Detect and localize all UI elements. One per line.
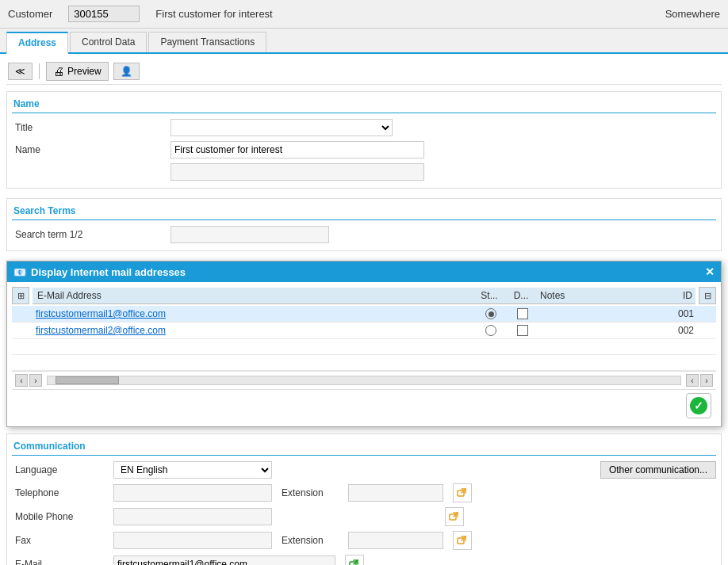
fax-link-icon[interactable] xyxy=(453,531,472,550)
col-header-notes: Notes xyxy=(537,290,648,301)
col-header-email: E-Mail Address xyxy=(33,290,473,301)
print-icon: 🖨 xyxy=(53,65,64,78)
horizontal-scroll-nav: ‹ › xyxy=(15,374,42,387)
col-header-default: D... xyxy=(505,290,537,301)
email-row-1[interactable]: firstcustomermail1@office.com 001 xyxy=(12,306,716,323)
preview-label: Preview xyxy=(67,66,102,77)
name-row: Name xyxy=(12,139,716,161)
ok-checkmark-icon: ✓ xyxy=(690,397,707,414)
search-term-input[interactable] xyxy=(171,226,329,243)
dialog-footer: ✓ xyxy=(12,389,716,422)
customer-name: First customer for interest xyxy=(155,8,649,20)
table-col-settings-icon[interactable]: ⊟ xyxy=(699,287,716,304)
name-label: Name xyxy=(12,144,171,155)
email-input[interactable] xyxy=(113,555,335,565)
toolbar-separator xyxy=(39,63,40,79)
collapse-button[interactable]: ≪ xyxy=(8,63,33,80)
checkbox-2[interactable] xyxy=(517,325,528,336)
search-terms-section: Search Terms Search term 1/2 xyxy=(6,198,722,251)
toolbar: ≪ 🖨 Preview 👤 xyxy=(6,59,722,85)
dialog-title-left: 📧 Display Internet mail addresses xyxy=(13,266,186,278)
radio-1[interactable] xyxy=(485,308,496,319)
mobile-label: Mobile Phone xyxy=(12,511,107,522)
tab-control-data[interactable]: Control Data xyxy=(70,32,147,52)
name2-field xyxy=(171,163,424,181)
email-link-icon[interactable] xyxy=(345,555,364,565)
dialog-email-icon: 📧 xyxy=(13,266,26,278)
col-header-status: St... xyxy=(473,290,505,301)
name-field xyxy=(171,141,424,158)
other-communication-button[interactable]: Other communication... xyxy=(600,461,716,479)
name-input[interactable] xyxy=(171,141,424,158)
customer-id-input[interactable] xyxy=(68,6,140,22)
title-select[interactable] xyxy=(171,119,393,136)
email-row-1-address: firstcustomermail1@office.com xyxy=(31,308,475,319)
mobile-input[interactable] xyxy=(113,508,272,525)
tabs-bar: Address Control Data Payment Transaction… xyxy=(0,29,728,54)
telephone-link-icon[interactable] xyxy=(453,483,472,502)
name-section-header: Name xyxy=(12,95,716,113)
email-row: E-Mail xyxy=(12,552,716,565)
title-label: Title xyxy=(12,122,171,133)
dialog-body: ⊞ E-Mail Address St... D... Notes ID ⊟ f… xyxy=(7,282,721,426)
email-row-2-status[interactable] xyxy=(475,325,507,336)
tab-payment-transactions[interactable]: Payment Transactions xyxy=(148,32,266,52)
radio-2[interactable] xyxy=(485,325,496,336)
scrollbar-thumb xyxy=(56,376,119,384)
scrollbar-area: ‹ › ‹ › xyxy=(12,371,716,389)
email-row-1-status[interactable] xyxy=(475,308,507,319)
language-label: Language xyxy=(12,464,107,475)
scroll-right-right-btn[interactable]: › xyxy=(700,374,713,387)
telephone-label: Telephone xyxy=(12,487,107,498)
email-row-2-default[interactable] xyxy=(507,325,538,336)
fax-extension-input[interactable] xyxy=(348,532,443,549)
language-select[interactable]: EN English xyxy=(113,461,272,479)
scroll-left-btn[interactable]: ‹ xyxy=(15,374,28,387)
avatar-button[interactable]: 👤 xyxy=(113,63,140,80)
customer-location: Somewhere xyxy=(665,8,720,20)
horizontal-scrollbar[interactable] xyxy=(47,376,681,385)
email-dialog: 📧 Display Internet mail addresses ✕ ⊞ E-… xyxy=(6,261,722,427)
email-row-2-id: 002 xyxy=(649,325,697,336)
mobile-link-icon[interactable] xyxy=(445,507,464,526)
email-row-empty-1 xyxy=(12,339,716,355)
telephone-input[interactable] xyxy=(113,484,272,502)
fax-label: Fax xyxy=(12,535,107,546)
email-row-2[interactable]: firstcustomermail2@office.com 002 xyxy=(12,323,716,339)
dialog-title: Display Internet mail addresses xyxy=(31,266,186,278)
avatar-icon: 👤 xyxy=(121,66,132,77)
search-term-row: Search term 1/2 xyxy=(12,223,716,246)
name2-input[interactable] xyxy=(171,163,424,181)
dialog-close-button[interactable]: ✕ xyxy=(705,265,715,278)
fax-input[interactable] xyxy=(113,532,272,549)
scroll-right-btn[interactable]: › xyxy=(29,374,42,387)
top-bar: Customer First customer for interest Som… xyxy=(0,0,728,29)
tab-address[interactable]: Address xyxy=(6,32,68,54)
customer-label: Customer xyxy=(8,8,52,20)
email-dialog-overlay: 📧 Display Internet mail addresses ✕ ⊞ E-… xyxy=(6,261,722,427)
mobile-row: Mobile Phone xyxy=(12,505,716,529)
fax-row: Fax Extension xyxy=(12,529,716,552)
name2-row xyxy=(12,161,716,183)
col-header-id: ID xyxy=(648,290,695,301)
email-label: E-Mail xyxy=(12,559,107,565)
email-row-1-default[interactable] xyxy=(507,308,538,319)
fax-extension-label: Extension xyxy=(278,535,342,546)
communication-section: Communication Language EN English Other … xyxy=(6,433,722,565)
preview-button[interactable]: 🖨 Preview xyxy=(46,62,109,81)
scroll-left-right-btn[interactable]: ‹ xyxy=(686,374,699,387)
table-settings-icon[interactable]: ⊞ xyxy=(12,287,29,304)
telephone-extension-label: Extension xyxy=(278,487,342,498)
comm-section-header: Communication xyxy=(12,437,716,456)
email-row-empty-2 xyxy=(12,355,716,371)
telephone-extension-input[interactable] xyxy=(348,484,443,502)
ok-button[interactable]: ✓ xyxy=(686,393,711,418)
search-terms-header: Search Terms xyxy=(12,202,716,220)
checkbox-1[interactable] xyxy=(517,308,528,319)
email-row-2-address: firstcustomermail2@office.com xyxy=(31,325,475,336)
right-scroll-nav: ‹ › xyxy=(686,374,713,387)
collapse-icon: ≪ xyxy=(15,66,25,77)
main-content: ≪ 🖨 Preview 👤 Name Title Name xyxy=(0,54,728,565)
dialog-title-bar: 📧 Display Internet mail addresses ✕ xyxy=(7,262,721,282)
email-row-1-id: 001 xyxy=(649,308,697,319)
